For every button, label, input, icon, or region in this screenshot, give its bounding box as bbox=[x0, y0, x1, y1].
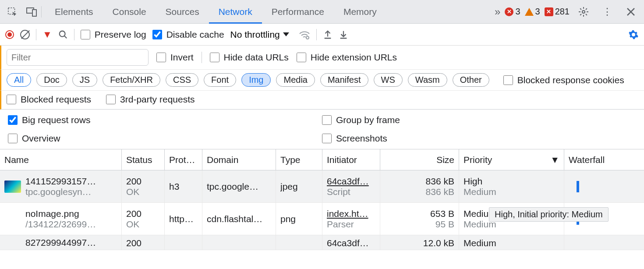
third-party-checkbox[interactable]: 3rd-party requests bbox=[106, 94, 195, 105]
hide-data-urls-checkbox[interactable]: Hide data URLs bbox=[210, 52, 289, 63]
col-priority[interactable]: Priority▼ bbox=[459, 149, 564, 170]
pill-media[interactable]: Media bbox=[276, 73, 315, 87]
pill-all[interactable]: All bbox=[7, 73, 31, 87]
initiator-link[interactable]: index.ht… bbox=[327, 209, 375, 219]
filter-input[interactable] bbox=[7, 49, 149, 66]
pill-manifest[interactable]: Manifest bbox=[320, 73, 368, 87]
disable-cache-checkbox[interactable]: Disable cache bbox=[152, 29, 224, 40]
pill-doc[interactable]: Doc bbox=[36, 73, 67, 87]
network-conditions-icon[interactable] bbox=[299, 29, 310, 40]
preserve-log-checkbox[interactable]: Preserve log bbox=[81, 29, 146, 40]
svg-point-4 bbox=[60, 31, 65, 36]
device-toggle-icon[interactable] bbox=[22, 2, 41, 21]
request-rows: High, Initial priority: Medium 141152993… bbox=[0, 170, 644, 250]
warning-count-badge[interactable]: 3 bbox=[525, 7, 540, 17]
svg-point-5 bbox=[306, 36, 309, 39]
request-path: /134122/32699… bbox=[25, 219, 96, 230]
svg-rect-2 bbox=[32, 10, 36, 16]
throttling-select[interactable]: No throttling bbox=[230, 29, 293, 39]
priority-tooltip: High, Initial priority: Medium bbox=[489, 207, 609, 222]
pill-font[interactable]: Font bbox=[204, 73, 236, 87]
filter-bar: Invert Hide data URLs Hide extension URL… bbox=[0, 46, 644, 70]
big-request-rows-checkbox[interactable]: Big request rows bbox=[8, 114, 322, 126]
request-thumbnail bbox=[4, 181, 21, 193]
col-type[interactable]: Type bbox=[276, 149, 322, 170]
col-domain[interactable]: Domain bbox=[202, 149, 276, 170]
request-name: 827299944997… bbox=[25, 237, 96, 248]
filter-funnel-icon[interactable]: ▼ bbox=[42, 29, 52, 40]
search-icon[interactable] bbox=[58, 30, 68, 39]
extra-filters: Blocked requests 3rd-party requests bbox=[0, 91, 644, 110]
settings-gear-icon[interactable] bbox=[574, 2, 593, 21]
pill-other[interactable]: Other bbox=[453, 73, 489, 87]
devtools-tab-bar: ElementsConsoleSourcesNetworkPerformance… bbox=[0, 0, 644, 24]
pill-wasm[interactable]: Wasm bbox=[408, 73, 447, 87]
table-row[interactable]: 141152993157…tpc.googlesyn…200OKh3tpc.go… bbox=[0, 170, 644, 203]
download-har-icon[interactable] bbox=[339, 30, 348, 39]
blocked-cookies-checkbox[interactable]: Blocked response cookies bbox=[503, 75, 624, 85]
clear-icon[interactable] bbox=[20, 30, 30, 39]
initiator-link[interactable]: 64ca3df… bbox=[327, 176, 375, 187]
col-status[interactable]: Status bbox=[122, 149, 165, 170]
tab-performance[interactable]: Performance bbox=[262, 0, 334, 23]
inspect-icon[interactable] bbox=[3, 2, 22, 21]
hide-extension-urls-checkbox[interactable]: Hide extension URLs bbox=[297, 52, 397, 63]
overview-checkbox[interactable]: Overview bbox=[8, 132, 322, 145]
request-path: tpc.googlesyn… bbox=[25, 187, 96, 197]
upload-har-icon[interactable] bbox=[323, 30, 333, 39]
view-options: Big request rows Group by frame Overview… bbox=[0, 110, 644, 149]
sort-indicator-icon: ▼ bbox=[550, 155, 559, 165]
message-count-badge[interactable]: ✕281 bbox=[545, 7, 570, 17]
pill-fetch-xhr[interactable]: Fetch/XHR bbox=[103, 73, 160, 87]
blocked-requests-checkbox[interactable]: Blocked requests bbox=[7, 94, 91, 105]
waterfall-bar bbox=[577, 181, 579, 192]
table-header: Name Status Prot… Domain Type Initiator … bbox=[0, 149, 644, 170]
tab-elements[interactable]: Elements bbox=[45, 0, 103, 23]
record-icon[interactable] bbox=[5, 30, 14, 39]
pill-img[interactable]: Img bbox=[241, 73, 271, 87]
col-name[interactable]: Name bbox=[0, 149, 122, 170]
table-row[interactable]: 827299944997…20064ca3df…12.0 kBMedium bbox=[0, 235, 644, 250]
tab-memory[interactable]: Memory bbox=[334, 0, 386, 23]
pill-js[interactable]: JS bbox=[72, 73, 97, 87]
request-name: noImage.png bbox=[25, 209, 96, 219]
col-size[interactable]: Size bbox=[380, 149, 459, 170]
group-by-frame-checkbox[interactable]: Group by frame bbox=[322, 114, 636, 126]
col-protocol[interactable]: Prot… bbox=[165, 149, 202, 170]
col-waterfall[interactable]: Waterfall bbox=[564, 149, 644, 170]
close-icon[interactable] bbox=[621, 2, 640, 21]
pill-css[interactable]: CSS bbox=[166, 73, 198, 87]
tab-console[interactable]: Console bbox=[103, 0, 156, 23]
devtools-tabs: ElementsConsoleSourcesNetworkPerformance… bbox=[45, 0, 495, 23]
resource-type-filter: AllDocJSFetch/XHRCSSFontImgMediaManifest… bbox=[0, 70, 644, 91]
error-count-badge[interactable]: ✕3 bbox=[505, 7, 520, 17]
kebab-menu-icon[interactable]: ⋮ bbox=[598, 2, 617, 21]
screenshots-checkbox[interactable]: Screenshots bbox=[322, 132, 636, 145]
network-toolbar: ▼ Preserve log Disable cache No throttli… bbox=[0, 24, 644, 46]
tab-network[interactable]: Network bbox=[209, 0, 262, 23]
initiator-link[interactable]: 64ca3df… bbox=[327, 238, 375, 247]
network-settings-gear-icon[interactable] bbox=[628, 29, 639, 40]
pill-ws[interactable]: WS bbox=[374, 73, 403, 87]
more-tabs-icon[interactable]: » bbox=[495, 6, 500, 18]
tab-sources[interactable]: Sources bbox=[156, 0, 209, 23]
request-name: 141152993157… bbox=[25, 176, 96, 187]
svg-point-3 bbox=[582, 11, 585, 13]
col-initiator[interactable]: Initiator bbox=[322, 149, 380, 170]
invert-checkbox[interactable]: Invert bbox=[156, 52, 194, 63]
